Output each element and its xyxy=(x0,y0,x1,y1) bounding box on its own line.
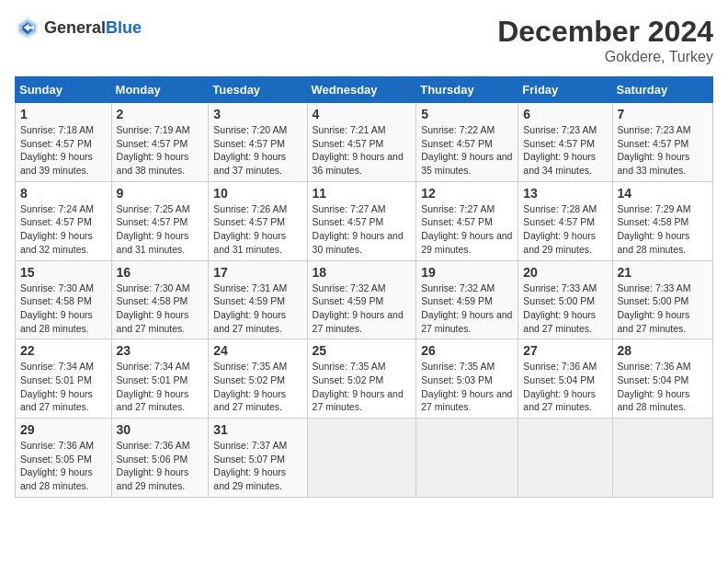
day-cell: 17 Sunrise: 7:31 AM Sunset: 4:59 PM Dayl… xyxy=(209,260,307,339)
day-cell: 26 Sunrise: 7:35 AM Sunset: 5:03 PM Dayl… xyxy=(416,339,518,419)
day-cell: 14 Sunrise: 7:29 AM Sunset: 4:58 PM Dayl… xyxy=(612,181,712,260)
day-info: Sunrise: 7:25 AM Sunset: 4:57 PM Dayligh… xyxy=(117,202,204,257)
header-cell-saturday: Saturday xyxy=(612,77,712,103)
day-number: 13 xyxy=(523,186,607,201)
day-cell: 1 Sunrise: 7:18 AM Sunset: 4:57 PM Dayli… xyxy=(16,103,112,182)
day-number: 10 xyxy=(213,186,301,201)
day-number: 15 xyxy=(20,265,107,280)
day-cell: 6 Sunrise: 7:23 AM Sunset: 4:57 PM Dayli… xyxy=(518,103,612,182)
day-cell: 23 Sunrise: 7:34 AM Sunset: 5:01 PM Dayl… xyxy=(111,339,209,419)
header-cell-tuesday: Tuesday xyxy=(209,77,307,103)
logo: General Blue xyxy=(15,15,142,40)
day-info: Sunrise: 7:22 AM Sunset: 4:57 PM Dayligh… xyxy=(421,123,513,178)
day-cell: 31 Sunrise: 7:37 AM Sunset: 5:07 PM Dayl… xyxy=(209,419,307,498)
header-row: SundayMondayTuesdayWednesdayThursdayFrid… xyxy=(16,77,713,103)
title-area: December 2024 Gokdere, Turkey xyxy=(497,15,713,65)
day-cell: 29 Sunrise: 7:36 AM Sunset: 5:05 PM Dayl… xyxy=(16,419,112,498)
main-title: December 2024 xyxy=(497,15,713,49)
header-cell-wednesday: Wednesday xyxy=(307,77,416,103)
day-info: Sunrise: 7:35 AM Sunset: 5:03 PM Dayligh… xyxy=(421,360,513,414)
day-number: 20 xyxy=(523,265,607,280)
day-number: 24 xyxy=(213,343,301,358)
day-cell: 5 Sunrise: 7:22 AM Sunset: 4:57 PM Dayli… xyxy=(416,103,518,182)
day-number: 9 xyxy=(117,186,204,201)
day-info: Sunrise: 7:28 AM Sunset: 4:57 PM Dayligh… xyxy=(523,202,607,257)
day-info: Sunrise: 7:36 AM Sunset: 5:06 PM Dayligh… xyxy=(117,439,204,493)
day-number: 21 xyxy=(618,265,708,280)
day-cell: 24 Sunrise: 7:35 AM Sunset: 5:02 PM Dayl… xyxy=(209,339,307,419)
day-number: 25 xyxy=(313,343,412,358)
day-number: 18 xyxy=(313,265,412,280)
day-info: Sunrise: 7:23 AM Sunset: 4:57 PM Dayligh… xyxy=(523,123,607,178)
day-info: Sunrise: 7:20 AM Sunset: 4:57 PM Dayligh… xyxy=(213,123,301,178)
day-info: Sunrise: 7:35 AM Sunset: 5:02 PM Dayligh… xyxy=(213,360,301,414)
day-info: Sunrise: 7:32 AM Sunset: 4:59 PM Dayligh… xyxy=(421,282,513,336)
day-cell: 11 Sunrise: 7:27 AM Sunset: 4:57 PM Dayl… xyxy=(307,181,416,260)
header-cell-sunday: Sunday xyxy=(16,77,112,103)
week-row-2: 8 Sunrise: 7:24 AM Sunset: 4:57 PM Dayli… xyxy=(16,181,713,260)
day-info: Sunrise: 7:27 AM Sunset: 4:57 PM Dayligh… xyxy=(313,202,412,257)
day-number: 3 xyxy=(213,107,301,121)
day-cell: 3 Sunrise: 7:20 AM Sunset: 4:57 PM Dayli… xyxy=(209,103,307,182)
day-cell: 16 Sunrise: 7:30 AM Sunset: 4:58 PM Dayl… xyxy=(111,260,209,339)
logo-general: General xyxy=(44,18,106,38)
week-row-1: 1 Sunrise: 7:18 AM Sunset: 4:57 PM Dayli… xyxy=(16,103,713,182)
day-cell xyxy=(416,419,518,498)
day-cell: 9 Sunrise: 7:25 AM Sunset: 4:57 PM Dayli… xyxy=(111,181,209,260)
header-cell-thursday: Thursday xyxy=(416,77,518,103)
day-cell xyxy=(518,419,612,498)
day-cell xyxy=(307,419,416,498)
day-cell: 21 Sunrise: 7:33 AM Sunset: 5:00 PM Dayl… xyxy=(612,260,712,339)
day-number: 22 xyxy=(20,343,107,358)
day-info: Sunrise: 7:35 AM Sunset: 5:02 PM Dayligh… xyxy=(313,360,412,414)
day-cell: 22 Sunrise: 7:34 AM Sunset: 5:01 PM Dayl… xyxy=(16,339,112,419)
day-number: 11 xyxy=(313,186,412,201)
day-info: Sunrise: 7:31 AM Sunset: 4:59 PM Dayligh… xyxy=(213,282,301,336)
week-row-4: 22 Sunrise: 7:34 AM Sunset: 5:01 PM Dayl… xyxy=(16,339,713,419)
day-info: Sunrise: 7:23 AM Sunset: 4:57 PM Dayligh… xyxy=(618,123,708,178)
logo-blue: Blue xyxy=(106,18,142,38)
calendar-header: SundayMondayTuesdayWednesdayThursdayFrid… xyxy=(16,77,713,103)
day-number: 23 xyxy=(117,343,204,358)
day-cell: 27 Sunrise: 7:36 AM Sunset: 5:04 PM Dayl… xyxy=(518,339,612,419)
day-number: 27 xyxy=(523,343,607,358)
subtitle: Gokdere, Turkey xyxy=(497,49,713,65)
page-header: General Blue December 2024 Gokdere, Turk… xyxy=(15,15,713,65)
day-info: Sunrise: 7:30 AM Sunset: 4:58 PM Dayligh… xyxy=(117,282,204,336)
day-number: 14 xyxy=(618,186,708,201)
day-cell: 4 Sunrise: 7:21 AM Sunset: 4:57 PM Dayli… xyxy=(307,103,416,182)
day-info: Sunrise: 7:21 AM Sunset: 4:57 PM Dayligh… xyxy=(313,123,412,178)
day-cell: 8 Sunrise: 7:24 AM Sunset: 4:57 PM Dayli… xyxy=(16,181,112,260)
day-cell: 13 Sunrise: 7:28 AM Sunset: 4:57 PM Dayl… xyxy=(518,181,612,260)
day-number: 26 xyxy=(421,343,513,358)
day-info: Sunrise: 7:34 AM Sunset: 5:01 PM Dayligh… xyxy=(117,360,204,414)
day-info: Sunrise: 7:30 AM Sunset: 4:58 PM Dayligh… xyxy=(20,282,107,336)
day-info: Sunrise: 7:27 AM Sunset: 4:57 PM Dayligh… xyxy=(421,202,513,257)
day-cell: 15 Sunrise: 7:30 AM Sunset: 4:58 PM Dayl… xyxy=(16,260,112,339)
calendar-body: 1 Sunrise: 7:18 AM Sunset: 4:57 PM Dayli… xyxy=(16,103,713,498)
day-cell: 28 Sunrise: 7:36 AM Sunset: 5:04 PM Dayl… xyxy=(612,339,712,419)
day-number: 8 xyxy=(20,186,107,201)
day-number: 17 xyxy=(213,265,301,280)
day-number: 4 xyxy=(313,107,412,121)
day-cell xyxy=(612,419,712,498)
day-info: Sunrise: 7:26 AM Sunset: 4:57 PM Dayligh… xyxy=(213,202,301,257)
day-cell: 25 Sunrise: 7:35 AM Sunset: 5:02 PM Dayl… xyxy=(307,339,416,419)
day-cell: 20 Sunrise: 7:33 AM Sunset: 5:00 PM Dayl… xyxy=(518,260,612,339)
day-number: 16 xyxy=(117,265,204,280)
day-number: 7 xyxy=(618,107,708,121)
day-info: Sunrise: 7:34 AM Sunset: 5:01 PM Dayligh… xyxy=(20,360,107,414)
day-info: Sunrise: 7:36 AM Sunset: 5:05 PM Dayligh… xyxy=(20,439,107,493)
day-info: Sunrise: 7:18 AM Sunset: 4:57 PM Dayligh… xyxy=(20,123,107,178)
header-cell-monday: Monday xyxy=(111,77,209,103)
header-cell-friday: Friday xyxy=(518,77,612,103)
day-info: Sunrise: 7:29 AM Sunset: 4:58 PM Dayligh… xyxy=(618,202,708,257)
day-number: 30 xyxy=(117,422,204,437)
day-cell: 30 Sunrise: 7:36 AM Sunset: 5:06 PM Dayl… xyxy=(111,419,209,498)
day-number: 6 xyxy=(523,107,607,121)
day-cell: 10 Sunrise: 7:26 AM Sunset: 4:57 PM Dayl… xyxy=(209,181,307,260)
week-row-5: 29 Sunrise: 7:36 AM Sunset: 5:05 PM Dayl… xyxy=(16,419,713,498)
day-number: 1 xyxy=(20,107,107,121)
day-number: 29 xyxy=(20,422,107,437)
day-number: 19 xyxy=(421,265,513,280)
